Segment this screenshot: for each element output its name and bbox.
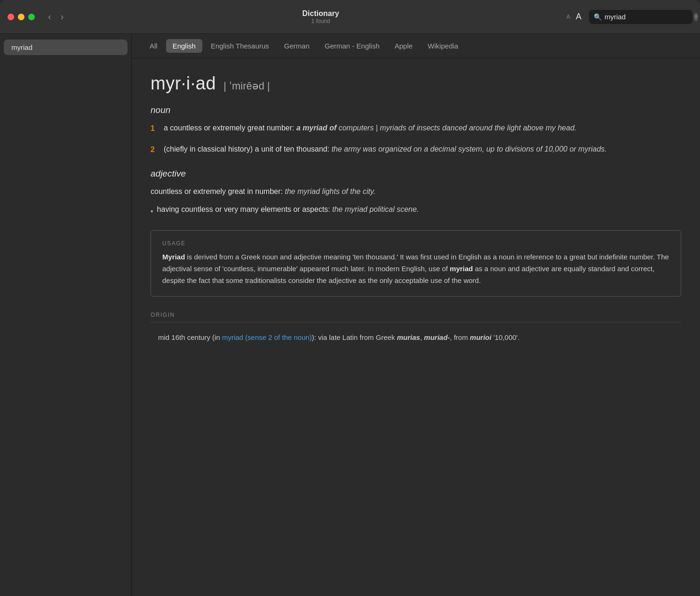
word-header: myr·i·ad | ˈmirēəd | bbox=[151, 73, 681, 94]
adj-def-bullet: • having countless or very many elements… bbox=[151, 203, 681, 217]
word-main: myr·i·ad bbox=[151, 73, 216, 94]
back-button[interactable]: ‹ bbox=[44, 9, 55, 24]
usage-label: USAGE bbox=[162, 240, 669, 247]
search-icon: 🔍 bbox=[594, 13, 602, 21]
origin-label: ORIGIN bbox=[151, 312, 681, 322]
sidebar: myriad bbox=[0, 34, 132, 596]
search-bar: 🔍 ✕ bbox=[589, 10, 692, 24]
noun-definitions: 1 a countless or extremely great number:… bbox=[151, 122, 681, 155]
bullet-icon: • bbox=[151, 205, 153, 217]
tab-all[interactable]: All bbox=[143, 39, 164, 53]
maximize-button[interactable] bbox=[28, 14, 35, 20]
origin-text: mid 16th century (in myriad (sense 2 of … bbox=[151, 326, 681, 344]
tab-english[interactable]: English bbox=[166, 39, 202, 53]
origin-link[interactable]: myriad (sense 2 of the noun) bbox=[222, 333, 312, 341]
tabs-bar: All English English Thesaurus German Ger… bbox=[132, 34, 700, 58]
adj-def-main: countless or extremely great in number: … bbox=[151, 185, 681, 198]
def-number-2: 2 bbox=[151, 143, 158, 156]
font-size-controls: A A bbox=[566, 12, 581, 22]
forward-button[interactable]: › bbox=[57, 9, 68, 24]
titlebar: ‹ › Dictionary 1 found A A 🔍 ✕ bbox=[0, 0, 700, 34]
bullet-text: having countless or very many elements o… bbox=[157, 203, 419, 216]
tab-wikipedia[interactable]: Wikipedia bbox=[421, 39, 465, 53]
def-text-2: (chiefly in classical history) a unit of… bbox=[164, 143, 607, 156]
tab-apple[interactable]: Apple bbox=[388, 39, 419, 53]
font-decrease-button[interactable]: A bbox=[566, 14, 570, 20]
noun-def-1: 1 a countless or extremely great number:… bbox=[151, 122, 681, 135]
usage-box: USAGE Myriad is derived from a Greek nou… bbox=[151, 230, 681, 296]
traffic-lights bbox=[8, 14, 35, 20]
search-input[interactable] bbox=[605, 13, 694, 21]
search-clear-button[interactable]: ✕ bbox=[694, 13, 698, 21]
def-number-1: 1 bbox=[151, 122, 158, 135]
def-text-1: a countless or extremely great number: a… bbox=[164, 122, 576, 135]
title-section: Dictionary 1 found bbox=[75, 9, 566, 24]
font-increase-button[interactable]: A bbox=[576, 12, 581, 22]
origin-section: ORIGIN mid 16th century (in myriad (sens… bbox=[151, 312, 681, 344]
pos-adjective-label: adjective bbox=[151, 169, 681, 179]
noun-section: noun 1 a countless or extremely great nu… bbox=[151, 105, 681, 155]
tab-german[interactable]: German bbox=[278, 39, 316, 53]
tab-english-thesaurus[interactable]: English Thesaurus bbox=[204, 39, 276, 53]
main-layout: myriad All English English Thesaurus Ger… bbox=[0, 34, 700, 596]
minimize-button[interactable] bbox=[18, 14, 24, 20]
sidebar-item-myriad[interactable]: myriad bbox=[4, 40, 127, 55]
adjective-section: adjective countless or extremely great i… bbox=[151, 169, 681, 217]
app-window: ‹ › Dictionary 1 found A A 🔍 ✕ myriad Al… bbox=[0, 0, 700, 596]
close-button[interactable] bbox=[8, 14, 14, 20]
word-pronunciation: | ˈmirēəd | bbox=[223, 80, 270, 92]
noun-def-2: 2 (chiefly in classical history) a unit … bbox=[151, 143, 681, 156]
app-subtitle: 1 found bbox=[311, 18, 330, 24]
usage-text: Myriad is derived from a Greek noun and … bbox=[162, 251, 669, 286]
dictionary-content: myr·i·ad | ˈmirēəd | noun 1 a countless … bbox=[132, 58, 700, 596]
app-title: Dictionary bbox=[302, 9, 339, 18]
pos-noun-label: noun bbox=[151, 105, 681, 115]
tab-german-english[interactable]: German - English bbox=[318, 39, 386, 53]
content-area: All English English Thesaurus German Ger… bbox=[132, 34, 700, 596]
nav-buttons: ‹ › bbox=[44, 9, 67, 24]
